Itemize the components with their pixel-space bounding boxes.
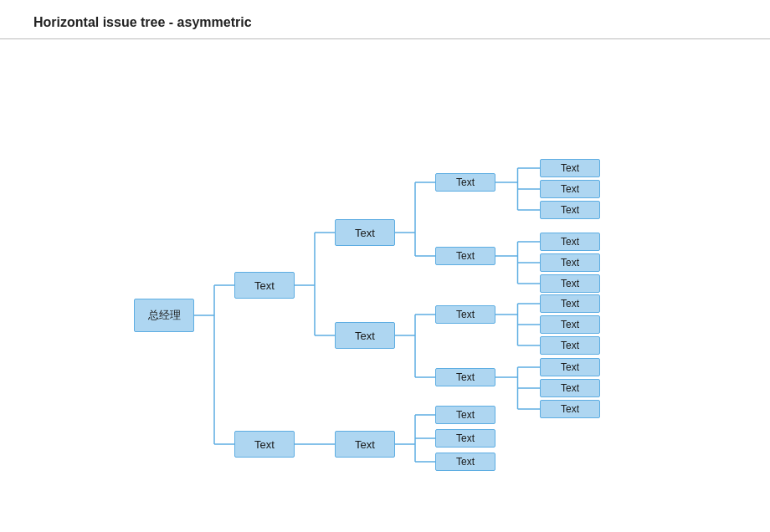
node-A2[interactable]: Text bbox=[335, 322, 395, 349]
node-B1b-label: Text bbox=[456, 432, 475, 444]
node-B1b[interactable]: Text bbox=[435, 429, 495, 448]
node-L4-7[interactable]: Text bbox=[540, 294, 600, 313]
node-B[interactable]: Text bbox=[234, 431, 295, 458]
node-A2b[interactable]: Text bbox=[435, 368, 495, 386]
node-root-label: 总经理 bbox=[148, 308, 181, 323]
node-A1a[interactable]: Text bbox=[435, 173, 495, 192]
node-L4-1[interactable]: Text bbox=[540, 159, 600, 177]
node-L4-6[interactable]: Text bbox=[540, 274, 600, 293]
node-L4-4[interactable]: Text bbox=[540, 233, 600, 251]
node-A2a-label: Text bbox=[456, 309, 475, 320]
page-title: Horizontal issue tree - asymmetric bbox=[33, 15, 252, 29]
node-B1-label: Text bbox=[355, 438, 375, 451]
node-L4-10[interactable]: Text bbox=[540, 358, 600, 376]
node-B-label: Text bbox=[254, 438, 275, 451]
node-A2a[interactable]: Text bbox=[435, 305, 495, 324]
node-B1[interactable]: Text bbox=[335, 431, 395, 458]
node-A1[interactable]: Text bbox=[335, 219, 395, 246]
diagram-area: 总经理 Text Text Text Text Text Text Text T… bbox=[0, 39, 770, 474]
node-B1a-label: Text bbox=[456, 409, 475, 421]
node-B1c-label: Text bbox=[456, 456, 475, 468]
node-A2-label: Text bbox=[355, 330, 375, 342]
node-A-label: Text bbox=[254, 279, 275, 292]
node-L4-11[interactable]: Text bbox=[540, 379, 600, 397]
connectors-svg bbox=[0, 39, 770, 474]
node-L4-12[interactable]: Text bbox=[540, 400, 600, 418]
node-L4-2[interactable]: Text bbox=[540, 180, 600, 198]
node-L4-5[interactable]: Text bbox=[540, 253, 600, 272]
node-L4-3[interactable]: Text bbox=[540, 201, 600, 219]
node-B1a[interactable]: Text bbox=[435, 406, 495, 424]
node-A2b-label: Text bbox=[456, 371, 475, 383]
node-A[interactable]: Text bbox=[234, 272, 295, 299]
page-header: Horizontal issue tree - asymmetric bbox=[0, 0, 770, 39]
node-A1b[interactable]: Text bbox=[435, 247, 495, 265]
node-root[interactable]: 总经理 bbox=[134, 299, 194, 332]
node-A1-label: Text bbox=[355, 227, 375, 239]
node-A1a-label: Text bbox=[456, 176, 475, 188]
node-L4-9[interactable]: Text bbox=[540, 336, 600, 355]
node-B1c[interactable]: Text bbox=[435, 453, 495, 471]
node-L4-8[interactable]: Text bbox=[540, 315, 600, 334]
node-A1b-label: Text bbox=[456, 250, 475, 262]
